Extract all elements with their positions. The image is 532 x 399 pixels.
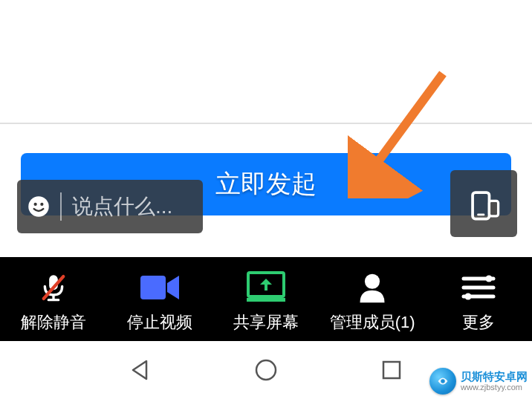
devices-icon [463,183,505,224]
back-triangle-icon [129,358,152,382]
svg-rect-7 [489,201,498,216]
svg-point-2 [28,196,49,217]
emoji-icon[interactable] [27,195,50,218]
stop-video-button[interactable]: 停止视频 [106,270,213,334]
svg-point-23 [256,360,276,380]
video-area [0,0,532,124]
mic-muted-icon [39,270,68,305]
device-switch-button[interactable] [450,170,517,237]
svg-point-3 [34,203,37,206]
watermark-title: 贝斯特安卓网 [461,371,528,383]
person-icon [356,270,389,305]
svg-rect-24 [383,362,400,378]
watermark-logo-icon [429,368,456,395]
svg-rect-12 [140,276,166,299]
toolbar-label: 共享屏幕 [233,311,299,334]
toolbar-label: 解除静音 [21,311,86,334]
svg-point-16 [365,273,380,288]
recent-square-icon [380,358,403,382]
svg-rect-15 [247,298,285,302]
nav-home-button[interactable] [251,355,281,385]
chat-input-overlay[interactable]: 说点什么... [17,180,203,233]
watermark-url: www.zjbstyy.com [461,383,528,392]
meeting-toolbar: 解除静音 停止视频 共享屏幕 管理成员(1) [0,257,532,341]
more-button[interactable]: 更多 [426,270,532,334]
chat-placeholder: 说点什么... [72,192,172,221]
nav-back-button[interactable] [126,355,155,385]
input-divider [60,192,62,221]
svg-point-4 [40,203,43,206]
nav-recent-button[interactable] [377,355,406,385]
svg-point-25 [441,379,445,383]
action-area: 立即发起 说点什么... [0,124,532,257]
svg-point-21 [465,293,472,299]
watermark: 贝斯特安卓网 www.zjbstyy.com [429,368,528,395]
toolbar-label: 更多 [462,311,495,334]
toolbar-label: 停止视频 [127,311,192,334]
svg-marker-13 [167,276,179,299]
more-menu-icon [461,270,496,305]
home-circle-icon [254,358,278,382]
svg-point-18 [486,275,493,282]
start-button-label: 立即发起 [215,167,317,201]
share-screen-icon [247,270,285,305]
video-icon [139,270,181,305]
manage-members-button[interactable]: 管理成员(1) [319,270,426,334]
share-screen-button[interactable]: 共享屏幕 [213,270,319,334]
unmute-button[interactable]: 解除静音 [0,270,106,334]
svg-marker-22 [133,361,146,379]
toolbar-label: 管理成员(1) [330,311,415,334]
